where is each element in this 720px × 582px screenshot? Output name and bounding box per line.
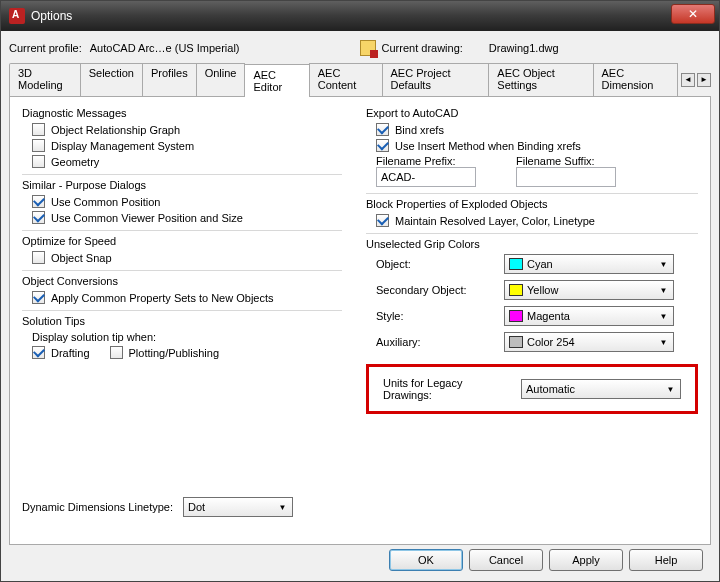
tab-aec-editor[interactable]: AEC Editor [244,64,309,97]
lbl-plotting: Plotting/Publishing [129,347,220,359]
current-drawing-value: Drawing1.dwg [489,42,559,54]
cancel-button[interactable]: Cancel [469,549,543,571]
tab-aec-project-defaults[interactable]: AEC Project Defaults [382,63,490,96]
chk-plotting[interactable] [110,346,123,359]
grip-obj-dropdown[interactable]: Cyan▼ [504,254,674,274]
grip-sec-dropdown[interactable]: Yellow▼ [504,280,674,300]
chk-bind-xrefs[interactable] [376,123,389,136]
tab-profiles[interactable]: Profiles [142,63,197,96]
chip-254 [509,336,523,348]
diagnostic-title: Diagnostic Messages [22,107,342,119]
dyn-dim-value: Dot [188,501,205,513]
grip-aux-value: Color 254 [527,336,575,348]
lbl-org: Object Relationship Graph [51,124,180,136]
chip-yellow [509,284,523,296]
grip-sty-label: Style: [376,310,496,322]
chip-magenta [509,310,523,322]
titlebar[interactable]: Options ✕ [1,1,719,31]
grip-aux-label: Auxiliary: [376,336,496,348]
chk-insert-method[interactable] [376,139,389,152]
close-icon: ✕ [688,7,698,21]
options-dialog: Options ✕ Current profile: AutoCAD Arc…e… [0,0,720,582]
tab-aec-content[interactable]: AEC Content [309,63,383,96]
legacy-label: Units for Legacy Drawings: [383,377,513,401]
chk-dms[interactable] [32,139,45,152]
optimize-title: Optimize for Speed [22,235,342,247]
suffix-label: Filename Suffix: [516,155,616,167]
current-drawing-label: Current drawing: [382,42,463,54]
button-bar: OK Cancel Apply Help [389,549,703,571]
tab-online[interactable]: Online [196,63,246,96]
conv-title: Object Conversions [22,275,342,287]
solution-title: Solution Tips [22,315,342,327]
drawing-icon [360,40,376,56]
lbl-apply-props: Apply Common Property Sets to New Object… [51,292,274,304]
legacy-units-dropdown[interactable]: Automatic▼ [521,379,681,399]
left-column: Diagnostic Messages Object Relationship … [22,105,342,414]
dyn-dim-dropdown[interactable]: Dot▼ [183,497,293,517]
chevron-down-icon: ▼ [276,501,289,514]
chk-ucp[interactable] [32,195,45,208]
right-column: Export to AutoCAD Bind xrefs Use Insert … [366,105,698,414]
chevron-down-icon: ▼ [664,383,677,396]
grip-aux-dropdown[interactable]: Color 254▼ [504,332,674,352]
grip-sec-value: Yellow [527,284,558,296]
grip-obj-value: Cyan [527,258,553,270]
lbl-geo: Geometry [51,156,99,168]
legacy-value: Automatic [526,383,575,395]
tab-scroll-left[interactable]: ◄ [681,73,695,87]
lbl-drafting: Drafting [51,347,90,359]
tab-aec-dimension[interactable]: AEC Dimension [593,63,678,96]
app-icon [9,8,25,24]
tab-selection[interactable]: Selection [80,63,143,96]
lbl-bind-xrefs: Bind xrefs [395,124,444,136]
solution-when: Display solution tip when: [32,331,342,343]
lbl-maintain: Maintain Resolved Layer, Color, Linetype [395,215,595,227]
chip-cyan [509,258,523,270]
chevron-down-icon: ▼ [657,310,670,323]
chk-geo[interactable] [32,155,45,168]
chk-drafting[interactable] [32,346,45,359]
lbl-insert-method: Use Insert Method when Binding xrefs [395,140,581,152]
lbl-ucv: Use Common Viewer Position and Size [51,212,243,224]
tab-scroll-right[interactable]: ► [697,73,711,87]
prefix-label: Filename Prefix: [376,155,476,167]
chk-ucv[interactable] [32,211,45,224]
help-button[interactable]: Help [629,549,703,571]
suffix-input[interactable] [516,167,616,187]
tab-body-aec-editor: Diagnostic Messages Object Relationship … [9,97,711,545]
close-button[interactable]: ✕ [671,4,715,24]
block-title: Block Properties of Exploded Objects [366,198,698,210]
chk-org[interactable] [32,123,45,136]
tab-strip: 3D Modeling Selection Profiles Online AE… [9,63,711,97]
legacy-units-box: Units for Legacy Drawings: Automatic▼ [366,364,698,414]
export-title: Export to AutoCAD [366,107,698,119]
grip-obj-label: Object: [376,258,496,270]
window-title: Options [31,9,72,23]
chevron-down-icon: ▼ [657,284,670,297]
current-profile-label: Current profile: [9,42,82,54]
tab-3d-modeling[interactable]: 3D Modeling [9,63,81,96]
lbl-dms: Display Management System [51,140,194,152]
chk-apply-props[interactable] [32,291,45,304]
ok-button[interactable]: OK [389,549,463,571]
chevron-down-icon: ▼ [657,336,670,349]
apply-button[interactable]: Apply [549,549,623,571]
similar-title: Similar - Purpose Dialogs [22,179,342,191]
lbl-osnap: Object Snap [51,252,112,264]
prefix-input[interactable] [376,167,476,187]
chk-osnap[interactable] [32,251,45,264]
grip-title: Unselected Grip Colors [366,238,698,250]
lbl-ucp: Use Common Position [51,196,160,208]
dyn-dim-label: Dynamic Dimensions Linetype: [22,501,173,513]
grip-sec-label: Secondary Object: [376,284,496,296]
chk-maintain[interactable] [376,214,389,227]
profile-bar: Current profile: AutoCAD Arc…e (US Imper… [9,37,711,59]
tab-aec-object-settings[interactable]: AEC Object Settings [488,63,593,96]
grip-sty-value: Magenta [527,310,570,322]
current-profile-value: AutoCAD Arc…e (US Imperial) [90,42,240,54]
client-area: Current profile: AutoCAD Arc…e (US Imper… [1,31,719,581]
grip-sty-dropdown[interactable]: Magenta▼ [504,306,674,326]
chevron-down-icon: ▼ [657,258,670,271]
